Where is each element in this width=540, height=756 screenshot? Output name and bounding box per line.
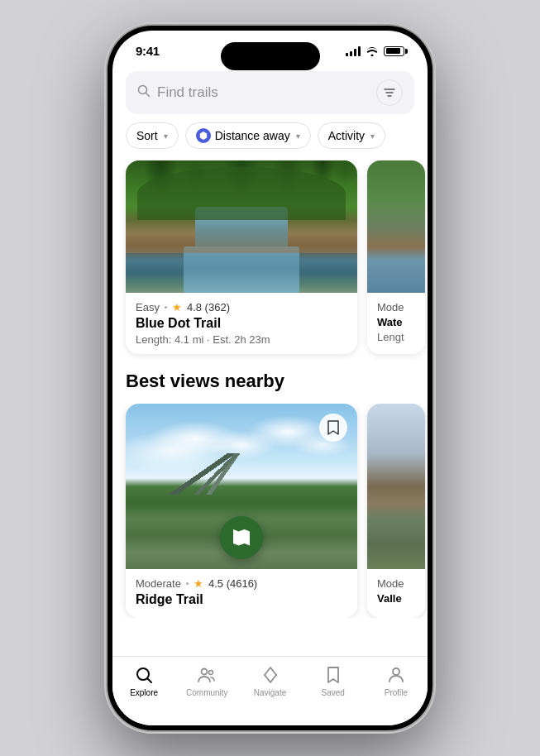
svg-point-10 — [209, 671, 213, 675]
saved-icon — [323, 665, 343, 685]
tab-community-label: Community — [186, 688, 228, 697]
explore-icon — [134, 665, 154, 685]
filter-button[interactable] — [376, 79, 403, 106]
navigate-icon — [260, 665, 280, 685]
partial-difficulty: Mode — [377, 301, 404, 313]
view-image-ridge — [126, 404, 357, 569]
best-views-row: Moderate ★ 4.5 (4616) Ridge Trail — [112, 404, 428, 618]
difficulty-label: Easy — [136, 301, 160, 313]
search-placeholder: Find trails — [157, 84, 370, 101]
search-bar[interactable]: Find trails — [126, 71, 414, 114]
tab-saved-label: Saved — [322, 688, 345, 697]
tab-navigate-label: Navigate — [254, 688, 286, 697]
rating-value: 4.8 (362) — [187, 301, 230, 313]
signal-icon — [346, 46, 361, 56]
tab-community[interactable]: Community — [175, 665, 238, 697]
trail-card-blue-dot[interactable]: Easy ★ 4.8 (362) Blue Dot Trail Length: … — [126, 160, 357, 354]
search-section: Find trails — [112, 65, 428, 122]
sort-chip[interactable]: Sort ▾ — [126, 122, 179, 149]
status-time: 9:41 — [136, 44, 160, 58]
filter-icon — [383, 86, 396, 99]
star-icon: ★ — [172, 301, 182, 313]
svg-point-9 — [202, 669, 208, 675]
trail-name: Blue Dot Trail — [136, 316, 347, 331]
view-image-partial — [367, 404, 425, 569]
tab-navigate[interactable]: Navigate — [238, 665, 301, 697]
community-icon — [197, 665, 217, 685]
distance-chip-icon — [196, 128, 211, 143]
filter-chips: Sort ▾ Distance away ▾ Activity ▾ — [112, 122, 428, 160]
trail-card-info-partial: Mode Wate Lengt — [367, 293, 425, 352]
partial-view-difficulty: Mode — [377, 577, 404, 590]
trail-image-blue-dot — [126, 160, 357, 293]
partial-name: Wate — [377, 316, 415, 328]
view-rating: 4.5 (4616) — [208, 577, 257, 590]
view-star-icon: ★ — [194, 577, 203, 590]
sort-chip-arrow: ▾ — [164, 132, 168, 141]
tab-explore-label: Explore — [130, 688, 158, 697]
status-icons — [346, 46, 404, 56]
tab-bar: Explore Community Navigate — [112, 656, 428, 725]
phone-frame: 9:41 — [108, 26, 432, 730]
distance-chip-arrow: ▾ — [296, 132, 300, 141]
bookmark-button[interactable] — [319, 414, 347, 442]
view-card-info-partial: Mode Valle — [367, 569, 425, 615]
distance-chip[interactable]: Distance away ▾ — [185, 122, 311, 149]
view-card-partial[interactable]: Mode Valle — [367, 404, 425, 618]
tab-saved[interactable]: Saved — [302, 665, 365, 697]
view-difficulty: Moderate — [136, 577, 181, 590]
tab-profile-label: Profile — [385, 688, 408, 697]
trail-cards-row: Easy ★ 4.8 (362) Blue Dot Trail Length: … — [112, 160, 428, 366]
screen: 9:41 — [112, 31, 428, 725]
svg-marker-5 — [199, 132, 206, 140]
profile-icon — [386, 665, 406, 685]
map-fab-button[interactable] — [220, 516, 263, 559]
activity-chip-arrow: ▾ — [370, 132, 375, 141]
trail-image-partial — [367, 160, 425, 293]
svg-line-1 — [146, 93, 150, 97]
view-trail-name: Ridge Trail — [136, 592, 347, 607]
activity-chip[interactable]: Activity ▾ — [318, 122, 385, 149]
wifi-icon — [366, 46, 379, 56]
svg-point-11 — [393, 668, 399, 675]
partial-view-name: Valle — [377, 592, 415, 605]
activity-chip-label: Activity — [328, 129, 365, 142]
sort-chip-label: Sort — [136, 129, 158, 142]
trail-card-partial[interactable]: Mode Wate Lengt — [367, 160, 425, 354]
partial-meta: Lengt — [377, 331, 415, 343]
dynamic-island — [221, 42, 320, 70]
view-card-info-ridge: Moderate ★ 4.5 (4616) Ridge Trail — [126, 569, 357, 618]
section-heading-best-views: Best views nearby — [112, 366, 428, 404]
search-icon — [137, 84, 151, 101]
trail-meta: Length: 4.1 mi · Est. 2h 23m — [136, 333, 347, 346]
view-card-ridge[interactable]: Moderate ★ 4.5 (4616) Ridge Trail — [126, 404, 357, 618]
distance-chip-label: Distance away — [215, 129, 290, 142]
tab-profile[interactable]: Profile — [365, 665, 428, 697]
trail-card-info-blue-dot: Easy ★ 4.8 (362) Blue Dot Trail Length: … — [126, 293, 357, 354]
battery-icon — [384, 46, 404, 56]
svg-line-8 — [148, 679, 152, 683]
tab-explore[interactable]: Explore — [112, 665, 175, 697]
